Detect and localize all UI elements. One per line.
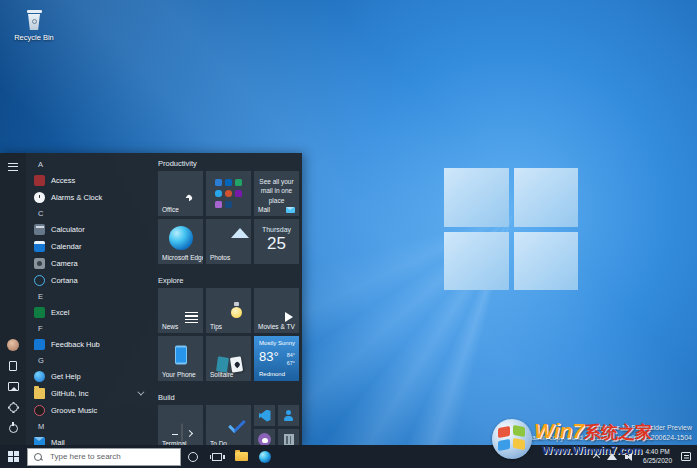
- app-list-item-camera[interactable]: Camera: [28, 255, 150, 272]
- gear-icon: [9, 403, 18, 412]
- tile-solitaire[interactable]: Solitaire: [206, 336, 251, 381]
- tile-dev-person[interactable]: [278, 405, 299, 426]
- letter-label: M: [38, 422, 44, 431]
- power-button[interactable]: [3, 420, 23, 437]
- tile-group-header-productivity[interactable]: Productivity: [158, 157, 298, 171]
- calendar-icon: [34, 241, 45, 252]
- visual-studio-icon: [259, 410, 271, 422]
- mail-icon: [34, 437, 45, 445]
- app-list-item-calculator[interactable]: Calculator: [28, 221, 150, 238]
- cortana-icon: [34, 275, 45, 286]
- weather-city: Redmond: [259, 371, 285, 377]
- tile-label: Photos: [210, 254, 230, 261]
- start-menu-rail: [0, 153, 26, 445]
- tile-group-header-build[interactable]: Build: [158, 391, 298, 405]
- app-label: Camera: [51, 259, 78, 268]
- alarm-clock-icon: [34, 192, 45, 203]
- tile-weather[interactable]: Mostly Sunny 83° 84°67° Redmond: [254, 336, 299, 381]
- edge-icon: [259, 451, 271, 463]
- tile-label: Your Phone: [162, 371, 196, 378]
- brand-win7-text: Win7: [534, 419, 584, 442]
- cortana-button[interactable]: [181, 445, 205, 468]
- app-list-item-calendar[interactable]: Calendar: [28, 238, 150, 255]
- tile-movies-tv[interactable]: Movies & TV: [254, 288, 299, 333]
- expand-menu-button[interactable]: [3, 158, 23, 175]
- powerpoint-mini-icon: [225, 190, 232, 197]
- calendar-date-text: 25: [254, 234, 299, 254]
- octocat-icon: [258, 433, 271, 445]
- tile-office-apps-folder[interactable]: [206, 171, 251, 216]
- brand-url-text: Www.Winwin7.com: [542, 444, 642, 456]
- tile-office[interactable]: Office: [158, 171, 203, 216]
- app-list-item-get-help[interactable]: Get Help: [28, 368, 150, 385]
- phone-icon: [175, 346, 187, 365]
- tile-label: Mail: [258, 206, 270, 213]
- app-list-letter-header[interactable]: C: [28, 206, 150, 221]
- tile-news[interactable]: News: [158, 288, 203, 333]
- recycle-bin-desktop-icon[interactable]: Recycle Bin: [8, 10, 60, 42]
- calculator-icon: [34, 224, 45, 235]
- app-list-item-groove-music[interactable]: Groove Music: [28, 402, 150, 419]
- flag-pane-blue: [498, 439, 510, 451]
- recycle-bin-mark: [32, 19, 37, 24]
- tile-mail[interactable]: See all your mail in one place Mail: [254, 171, 299, 216]
- tile-photos[interactable]: Photos: [206, 219, 251, 264]
- search-icon: [34, 453, 43, 462]
- tile-your-phone[interactable]: Your Phone: [158, 336, 203, 381]
- app-list-item-cortana[interactable]: Cortana: [28, 272, 150, 289]
- checkmark-icon: [228, 416, 246, 434]
- file-explorer-button[interactable]: [229, 445, 253, 468]
- tile-grid-productivity: Office See all your mail in: [158, 171, 298, 264]
- folder-icon: [235, 452, 248, 461]
- document-icon: [9, 361, 17, 371]
- app-list-item-access[interactable]: Access: [28, 172, 150, 189]
- sway-mini-icon: [215, 201, 222, 208]
- app-list-item-github-inc[interactable]: GitHub, Inc: [28, 385, 150, 402]
- app-list-item-alarms-clock[interactable]: Alarms & Clock: [28, 189, 150, 206]
- app-list-letter-header[interactable]: F: [28, 321, 150, 336]
- start-button[interactable]: [0, 445, 27, 468]
- app-list-item-feedback-hub[interactable]: Feedback Hub: [28, 336, 150, 353]
- flag-pane-green: [513, 425, 525, 437]
- taskbar-search-box[interactable]: [27, 448, 181, 466]
- calendar-day-text: Thursday: [254, 226, 299, 233]
- tile-to-do[interactable]: To Do: [206, 405, 251, 445]
- tile-label: Tips: [210, 323, 222, 330]
- tile-calendar[interactable]: Thursday 25: [254, 219, 299, 264]
- app-list-letter-header[interactable]: A: [28, 157, 150, 172]
- chevron-down-icon: [137, 389, 144, 396]
- weather-temperature: 83°: [259, 349, 279, 364]
- groove-music-icon: [34, 405, 45, 416]
- tile-visual-studio[interactable]: [254, 405, 275, 426]
- app-list-item-excel[interactable]: Excel: [28, 304, 150, 321]
- task-view-button[interactable]: [205, 445, 229, 468]
- app-list-item-mail[interactable]: Mail: [28, 434, 150, 445]
- envelope-icon: [286, 207, 295, 213]
- brand-watermark: Win7系统之家 Www.Winwin7.com: [492, 413, 697, 468]
- tiles-pane: Productivity Office: [150, 153, 302, 445]
- app-list: A Access Alarms & Clock C Calculator Cal…: [26, 153, 150, 445]
- search-input[interactable]: [28, 449, 180, 465]
- tile-github-desktop[interactable]: [254, 429, 275, 445]
- app-list-letter-header[interactable]: G: [28, 353, 150, 368]
- task-view-icon: [212, 453, 222, 461]
- screen: Recycle Bin A Access Alarms & Clock C Ca…: [0, 0, 697, 468]
- tile-tips[interactable]: Tips: [206, 288, 251, 333]
- tile-microsoft-edge[interactable]: Microsoft Edge: [158, 219, 203, 264]
- tile-dev-app[interactable]: [278, 429, 299, 445]
- pictures-button[interactable]: [3, 378, 23, 395]
- tile-group-header-explore[interactable]: Explore: [158, 274, 298, 288]
- excel-icon: [34, 307, 45, 318]
- settings-button[interactable]: [3, 399, 23, 416]
- small-tile-group: [254, 405, 299, 445]
- person-icon: [283, 410, 295, 422]
- user-account-button[interactable]: [3, 336, 23, 353]
- weather-condition: Mostly Sunny: [259, 340, 295, 346]
- edge-taskbar-button[interactable]: [253, 445, 277, 468]
- tile-terminal[interactable]: Terminal: [158, 405, 203, 445]
- app-list-letter-header[interactable]: E: [28, 289, 150, 304]
- documents-button[interactable]: [3, 357, 23, 374]
- app-list-letter-header[interactable]: M: [28, 419, 150, 434]
- app-label: Access: [51, 176, 75, 185]
- start-menu-panel: A Access Alarms & Clock C Calculator Cal…: [0, 153, 302, 445]
